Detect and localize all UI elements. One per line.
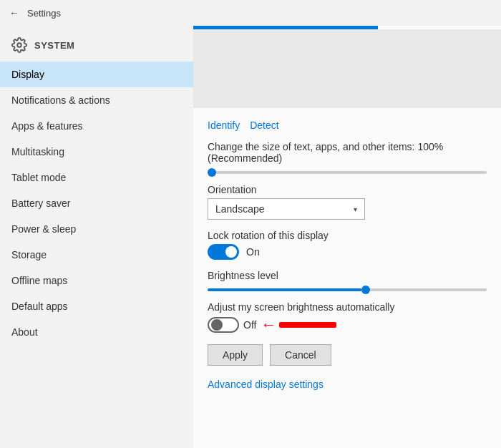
sidebar-header: SYSTEM [0,26,193,62]
content-body: Identify Detect Change the size of text,… [193,108,501,401]
identify-detect-row: Identify Detect [208,120,487,131]
svg-point-0 [17,43,21,47]
toggle-knob [225,246,237,258]
auto-brightness-label: Adjust my screen brightness automaticall… [208,301,487,313]
content-area: Identify Detect Change the size of text,… [193,26,501,448]
red-arrow-icon: ← [261,316,276,334]
brightness-slider-thumb [361,286,370,294]
scale-label: Change the size of text, apps, and other… [208,141,487,164]
orientation-section: Orientation Landscape ▾ [208,184,487,220]
auto-brightness-toggle-label: Off [243,319,256,331]
auto-brightness-toggle-row: Off ← [208,316,487,334]
toggle-knob-auto [211,319,223,331]
lock-rotation-toggle-label: On [246,246,260,258]
back-button[interactable]: ← [7,6,21,20]
sidebar-item-tablet[interactable]: Tablet mode [0,165,193,190]
sidebar-item-multitasking[interactable]: Multitasking [0,139,193,165]
brightness-section: Brightness level [208,270,487,291]
sidebar-item-default[interactable]: Default apps [0,293,193,319]
scale-slider-thumb [208,168,216,177]
sidebar-item-display[interactable]: Display [0,62,193,87]
scale-section: Change the size of text, apps, and other… [208,141,487,174]
sidebar-item-power[interactable]: Power & sleep [0,216,193,242]
lock-rotation-label: Lock rotation of this display [208,230,487,241]
brightness-slider-track[interactable] [208,288,487,291]
auto-brightness-toggle[interactable] [208,317,239,333]
lock-rotation-section: Lock rotation of this display On [208,230,487,260]
cancel-button[interactable]: Cancel [270,344,331,366]
auto-brightness-section: Adjust my screen brightness automaticall… [208,301,487,334]
titlebar-title: Settings [27,8,61,19]
sidebar: SYSTEM DisplayNotifications & actionsApp… [0,26,193,448]
advanced-display-link[interactable]: Advanced display settings [208,379,487,390]
sidebar-item-apps[interactable]: Apps & features [0,113,193,139]
gear-icon [11,37,27,53]
brightness-label: Brightness level [208,270,487,281]
action-buttons: Apply Cancel [208,344,487,366]
main-layout: SYSTEM DisplayNotifications & actionsApp… [0,26,501,448]
sidebar-items: DisplayNotifications & actionsApps & fea… [0,62,193,345]
titlebar: ← Settings [0,0,501,26]
brightness-slider-fill [208,288,361,291]
lock-rotation-toggle[interactable] [208,244,239,260]
sidebar-item-battery[interactable]: Battery saver [0,190,193,216]
detect-link[interactable]: Detect [250,120,278,131]
sidebar-item-about[interactable]: About [0,319,193,345]
red-arrow-bar [279,322,336,328]
chevron-down-icon: ▾ [354,205,357,213]
sidebar-system-title: SYSTEM [34,40,74,51]
orientation-value: Landscape [215,203,265,215]
monitor-area [193,29,501,108]
scale-slider-track[interactable] [208,171,487,174]
sidebar-item-offline[interactable]: Offline maps [0,268,193,293]
sidebar-item-notifications[interactable]: Notifications & actions [0,87,193,113]
lock-rotation-toggle-row: On [208,244,487,260]
orientation-dropdown[interactable]: Landscape ▾ [208,198,365,220]
identify-link[interactable]: Identify [208,120,240,131]
apply-button[interactable]: Apply [208,344,263,366]
sidebar-item-storage[interactable]: Storage [0,242,193,268]
orientation-label: Orientation [208,184,487,195]
